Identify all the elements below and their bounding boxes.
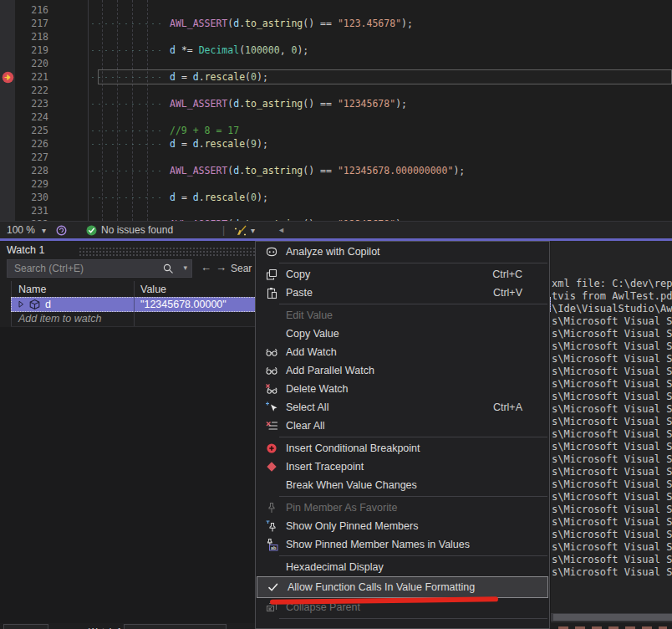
- code-text: d *= Decimal(100000, 0);: [170, 43, 308, 57]
- menu-item-label: Copy: [286, 268, 492, 280]
- bottom-tab-find-symbol-results[interactable]: Find Symbol Results: [124, 624, 227, 629]
- menu-item-break-when-value-changes[interactable]: Break When Value Changes: [256, 476, 549, 494]
- line-number[interactable]: 231: [17, 204, 48, 217]
- watch-search-input[interactable]: Search (Ctrl+E) ▾: [7, 259, 192, 278]
- conditional-breakpoint-icon: [261, 442, 283, 455]
- zoom-caret-down-icon[interactable]: ▾: [42, 226, 46, 235]
- menu-item-pin-member-as-favorite: Pin Member As Favorite: [256, 499, 549, 517]
- menu-item-add-watch[interactable]: Add Watch: [256, 343, 549, 361]
- code-line: 229: [0, 177, 672, 191]
- output-line: s\Microsoft Visual St: [552, 541, 672, 554]
- no-issues-label[interactable]: No issues found: [101, 224, 173, 236]
- menu-item-show-only-pinned-members[interactable]: Show Only Pinned Members: [256, 517, 549, 535]
- code-line: 223AWL_ASSERT(d.to_astring() == "1234567…: [0, 97, 672, 110]
- menu-item-insert-tracepoint[interactable]: Insert Tracepoint: [256, 458, 549, 476]
- output-line: \Ide\VisualStudio\Aw: [552, 303, 672, 315]
- output-line: s\Microsoft Visual St: [552, 340, 672, 353]
- whitespace-dots: [92, 130, 165, 131]
- whitespace-dots: [92, 23, 165, 24]
- line-number[interactable]: 227: [17, 151, 48, 164]
- menu-item-analyze-with-copilot[interactable]: Analyze with Copilot: [256, 243, 549, 261]
- history-forward-icon[interactable]: →: [216, 261, 227, 274]
- output-line: s\Microsoft Visual St: [552, 403, 672, 416]
- line-number[interactable]: 222: [17, 84, 48, 97]
- menu-item-label: Delete Watch: [286, 383, 549, 395]
- search-icon[interactable]: [162, 263, 175, 279]
- copilot-icon: [261, 245, 283, 258]
- menu-item-hexadecimal-display[interactable]: Hexadecimal Display: [256, 558, 549, 576]
- line-number[interactable]: 218: [17, 30, 48, 43]
- output-h-scrollbar[interactable]: [551, 613, 672, 621]
- output-line: s\Microsoft Visual St: [552, 353, 672, 366]
- code-cleanup-broom-icon[interactable]: [234, 224, 248, 239]
- output-line: s\Microsoft Visual St: [552, 378, 672, 391]
- breakpoint-current-line-icon[interactable]: [2, 71, 13, 83]
- pin-filter-icon: [261, 519, 283, 533]
- menu-item-shortcut: Ctrl+C: [492, 268, 522, 280]
- bottom-tab-watch-1[interactable]: Watch 1: [80, 624, 130, 629]
- code-line: 218: [0, 30, 672, 43]
- output-line: xml file: C:\dev\repo: [552, 278, 672, 290]
- menu-item-add-parallel-watch[interactable]: Add Parallel Watch: [256, 361, 549, 380]
- code-editor[interactable]: 216217AWL_ASSERT(d.to_astring() == "123.…: [0, 0, 672, 221]
- copy-icon: [261, 268, 283, 281]
- glasses-delete-icon: [261, 382, 283, 396]
- glasses-icon: [261, 345, 283, 359]
- statusbar-divider: |: [222, 224, 225, 236]
- column-header-name[interactable]: Name: [18, 284, 46, 295]
- menu-item-copy[interactable]: CopyCtrl+C: [256, 265, 549, 284]
- code-text: AWL_ASSERT(d.to_astring() == "123.45678"…: [170, 17, 413, 30]
- bottom-tab-locals[interactable]: Locals: [3, 624, 48, 629]
- menu-item-label: Edit Value: [286, 309, 549, 321]
- menu-item-label: Add Parallel Watch: [286, 365, 549, 376]
- output-line: s\Microsoft Visual St: [552, 391, 672, 403]
- whitespace-dots: [92, 50, 165, 51]
- no-issues-check-icon: [86, 225, 97, 238]
- menu-item-select-all[interactable]: Select AllCtrl+A: [256, 398, 549, 417]
- svg-text:ab: ab: [271, 545, 277, 550]
- line-number[interactable]: 217: [17, 17, 48, 30]
- copilot-status-icon[interactable]: [55, 224, 68, 239]
- watch-variable-value[interactable]: "12345678.00000": [140, 297, 227, 312]
- menu-item-delete-watch[interactable]: Delete Watch: [256, 380, 549, 398]
- line-number[interactable]: 225: [17, 124, 48, 137]
- line-number[interactable]: 230: [17, 191, 48, 204]
- line-number[interactable]: 219: [17, 43, 48, 57]
- line-number[interactable]: 220: [17, 57, 48, 70]
- menu-item-show-pinned-member-names-in-values[interactable]: abShow Pinned Member Names in Values: [256, 535, 549, 554]
- search-placeholder: Search (Ctrl+E): [14, 263, 84, 274]
- search-depth-label: Sear: [231, 263, 255, 274]
- whitespace-dots: [92, 104, 165, 105]
- search-caret-down-icon[interactable]: ▾: [183, 263, 187, 272]
- menu-item-label: Insert Conditional Breakpoint: [286, 442, 549, 454]
- scroll-left-icon[interactable]: ◄: [277, 226, 285, 234]
- menu-item-label: Select All: [286, 401, 493, 413]
- zoom-level[interactable]: 100 %: [7, 224, 35, 236]
- menu-item-label: Break When Value Changes: [286, 479, 549, 491]
- watch-variable-name[interactable]: d: [45, 297, 51, 312]
- line-number[interactable]: 223: [17, 97, 48, 110]
- menu-item-clear-all[interactable]: Clear All: [256, 417, 549, 435]
- pin-icon: [261, 501, 283, 514]
- menu-item-allow-function-calls-in-value-formatting[interactable]: Allow Function Calls In Value Formatting: [257, 576, 548, 598]
- output-line: s\Microsoft Visual St: [552, 478, 672, 491]
- code-line: 228AWL_ASSERT(d.to_astring() == "1234567…: [0, 164, 672, 177]
- line-number[interactable]: 229: [17, 177, 48, 191]
- line-number[interactable]: 221: [17, 70, 48, 84]
- menu-item-paste[interactable]: PasteCtrl+V: [256, 284, 549, 302]
- line-number[interactable]: 216: [17, 3, 48, 17]
- history-back-icon[interactable]: ←: [201, 261, 211, 274]
- cleanup-caret-down-icon[interactable]: ▾: [251, 226, 255, 235]
- line-number[interactable]: 228: [17, 164, 48, 177]
- menu-item-label: Allow Function Calls In Value Formatting: [288, 581, 547, 593]
- menu-item-shortcut: Ctrl+V: [493, 287, 522, 299]
- output-panel[interactable]: xml file: C:\dev\repotvis from AwlTest.p…: [551, 241, 672, 629]
- line-number[interactable]: 226: [17, 137, 48, 151]
- line-number[interactable]: 224: [17, 110, 48, 124]
- column-header-value[interactable]: Value: [140, 284, 166, 295]
- output-scroll-thumb[interactable]: [553, 614, 672, 621]
- menu-item-insert-conditional-breakpoint[interactable]: Insert Conditional Breakpoint: [256, 439, 549, 458]
- menu-item-copy-value[interactable]: Copy Value: [256, 325, 549, 343]
- code-line: 230d = d.rescale(0);: [0, 191, 672, 204]
- code-line: 219d *= Decimal(100000, 0);: [0, 43, 672, 57]
